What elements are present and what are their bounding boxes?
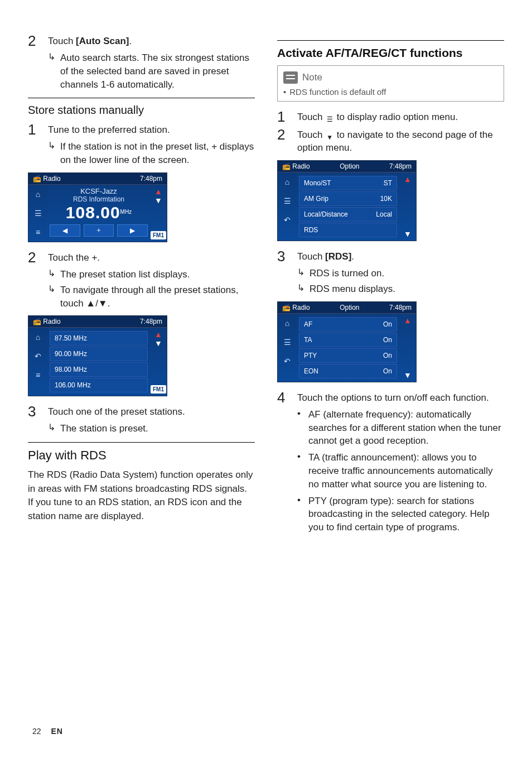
back-icon[interactable]: ↶ bbox=[280, 354, 294, 368]
add-preset-button[interactable]: ＋ bbox=[84, 224, 114, 237]
step-text: Touch the +. bbox=[48, 252, 255, 265]
list-icon[interactable]: ☰ bbox=[280, 335, 294, 349]
back-icon[interactable]: ↶ bbox=[31, 349, 45, 363]
sub-result: ↳ The station is preset. bbox=[48, 422, 255, 435]
home-icon[interactable]: ⌂ bbox=[31, 187, 45, 202]
scroll-down-icon[interactable]: ▼ bbox=[154, 196, 162, 205]
sub-result: ↳ To navigate through all the preset sta… bbox=[48, 284, 255, 310]
bullet-af: • AF (alternate frequency): automaticall… bbox=[297, 408, 504, 448]
prev-button[interactable]: ◀ bbox=[50, 224, 80, 237]
triangle-down-icon: ▼ bbox=[325, 133, 334, 142]
note-label: Note bbox=[302, 72, 322, 83]
option-row-eon[interactable]: EONOn bbox=[299, 364, 397, 378]
page-footer: 22 EN bbox=[32, 727, 63, 736]
sub-result: ↳ RDS menu displays. bbox=[297, 282, 504, 296]
home-icon[interactable]: ⌂ bbox=[31, 330, 45, 344]
option-row-ta[interactable]: TAOn bbox=[299, 333, 397, 347]
option-row[interactable]: AM Grip10K bbox=[299, 191, 397, 206]
step-text: Touch [Auto Scan]. bbox=[48, 35, 255, 48]
scroll-up-icon[interactable]: ▲ bbox=[154, 187, 162, 196]
step-text: Touch [RDS]. bbox=[297, 251, 504, 263]
screenshot-preset-list: 📻 Radio 7:48pm ⌂ ↶ ≡ 87.50 MHz 90.00 MHz… bbox=[28, 315, 167, 396]
screenshot-option-page1: 📻 Radio Option 7:48pm ⌂ ☰ ↶ Mono/STST AM… bbox=[277, 160, 417, 241]
bullet-ta: • TA (traffic announcement): allows you … bbox=[297, 451, 504, 491]
option-title: Option bbox=[340, 162, 359, 170]
result-arrow-icon: ↳ bbox=[48, 284, 60, 295]
band-indicator[interactable]: FM1 bbox=[151, 231, 166, 239]
home-icon[interactable]: ⌂ bbox=[280, 316, 294, 330]
frequency-unit: MHz bbox=[120, 209, 132, 215]
sub-text: The station is preset. bbox=[60, 422, 255, 435]
frequency-value: 108.00 bbox=[66, 203, 120, 222]
home-icon[interactable]: ⌂ bbox=[280, 175, 294, 189]
note-text: RDS function is default off bbox=[289, 87, 386, 97]
option-row[interactable]: Mono/STST bbox=[299, 176, 397, 190]
bullet-text: PTY (program type): search for stations … bbox=[308, 495, 504, 534]
bullet-dot: • bbox=[297, 451, 308, 462]
step-number: 1 bbox=[277, 109, 297, 124]
scroll-down-icon[interactable]: ▼ bbox=[404, 229, 412, 238]
divider bbox=[28, 442, 255, 443]
preset-row[interactable]: 87.50 MHz bbox=[50, 331, 148, 346]
page-number: 22 bbox=[32, 727, 41, 736]
store-step-1: 1 Tune to the preferred station. bbox=[28, 122, 255, 137]
back-icon[interactable]: ↶ bbox=[280, 213, 294, 227]
band-indicator[interactable]: FM1 bbox=[151, 385, 166, 394]
sub-text: RDS menu displays. bbox=[309, 282, 504, 296]
activate-step-1: 1 Touch ☰ to display radio option menu. bbox=[277, 109, 504, 124]
sub-text: Auto search starts. The six strongest st… bbox=[60, 51, 255, 91]
scroll-up-icon[interactable]: ▲ bbox=[404, 316, 412, 325]
heading-store-manually: Store stations manually bbox=[28, 104, 255, 117]
option-row-pty[interactable]: PTYOn bbox=[299, 348, 397, 363]
scroll-down-icon[interactable]: ▼ bbox=[404, 371, 412, 380]
sub-result: ↳ The preset station list displays. bbox=[48, 268, 255, 281]
bullet-dot: • bbox=[297, 408, 308, 419]
step-2-autoscan: 2 Touch [Auto Scan]. bbox=[28, 33, 255, 48]
bullet-text: AF (alternate frequency): automatically … bbox=[308, 408, 504, 448]
step-text: Tune to the preferred station. bbox=[48, 124, 255, 137]
preset-row[interactable]: 106.00 MHz bbox=[50, 378, 148, 392]
step-number: 2 bbox=[277, 127, 297, 142]
activate-step-4: 4 Touch the options to turn on/off each … bbox=[277, 390, 504, 405]
activate-step-3: 3 Touch [RDS]. bbox=[277, 249, 504, 263]
screenshot-radio-tuned: 📻 Radio 7:48pm ⌂ ☰ ≡ KCSF-Jazz RDS Infor… bbox=[28, 172, 167, 242]
eq-icon[interactable]: ≡ bbox=[31, 225, 45, 239]
list-icon[interactable]: ☰ bbox=[280, 194, 294, 208]
eq-icon[interactable]: ≡ bbox=[31, 368, 45, 382]
rds-description: The RDS (Radio Data System) function ope… bbox=[28, 468, 255, 524]
option-row[interactable]: Local/DistanceLocal bbox=[299, 207, 397, 222]
clock: 7:48pm bbox=[140, 175, 162, 183]
preset-row[interactable]: 98.00 MHz bbox=[50, 362, 148, 377]
result-arrow-icon: ↳ bbox=[48, 268, 60, 280]
option-row-af[interactable]: AFOn bbox=[299, 317, 397, 332]
divider bbox=[277, 40, 504, 41]
scroll-up-icon[interactable]: ▲ bbox=[404, 175, 412, 184]
result-arrow-icon: ↳ bbox=[297, 282, 309, 294]
step-number: 4 bbox=[277, 390, 297, 405]
rds-info-label: RDS Informtation bbox=[50, 195, 148, 203]
preset-row[interactable]: 90.00 MHz bbox=[50, 347, 148, 361]
list-icon[interactable]: ☰ bbox=[31, 206, 45, 220]
bullet-pty: • PTY (program type): search for station… bbox=[297, 495, 504, 534]
bullet-text: TA (traffic announcement): allows you to… bbox=[308, 451, 504, 491]
heading-play-rds: Play with RDS bbox=[28, 448, 255, 463]
bullet-dot: • bbox=[297, 495, 308, 506]
activate-step-2: 2 Touch ▼ to navigate to the second page… bbox=[277, 127, 504, 155]
step-number: 2 bbox=[28, 250, 48, 265]
scroll-down-icon[interactable]: ▼ bbox=[154, 339, 162, 348]
list-menu-icon: ☰ bbox=[325, 115, 334, 124]
result-arrow-icon: ↳ bbox=[48, 422, 60, 434]
sub-result: ↳ RDS is turned on. bbox=[297, 267, 504, 280]
heading-activate-functions: Activate AF/TA/REG/CT functions bbox=[277, 46, 504, 60]
step-number: 1 bbox=[28, 122, 48, 137]
bullet-dot: • bbox=[283, 87, 286, 97]
result-arrow-icon: ↳ bbox=[297, 267, 309, 279]
next-button[interactable]: ▶ bbox=[117, 224, 148, 237]
note-icon bbox=[283, 71, 298, 84]
option-row-rds[interactable]: RDS bbox=[299, 223, 397, 237]
sub-result: ↳ Auto search starts. The six strongest … bbox=[48, 51, 255, 91]
store-step-2: 2 Touch the +. bbox=[28, 250, 255, 265]
radio-icon: 📻 Radio bbox=[33, 175, 61, 183]
scroll-up-icon[interactable]: ▲ bbox=[154, 330, 162, 339]
radio-icon: 📻 Radio bbox=[33, 318, 61, 325]
